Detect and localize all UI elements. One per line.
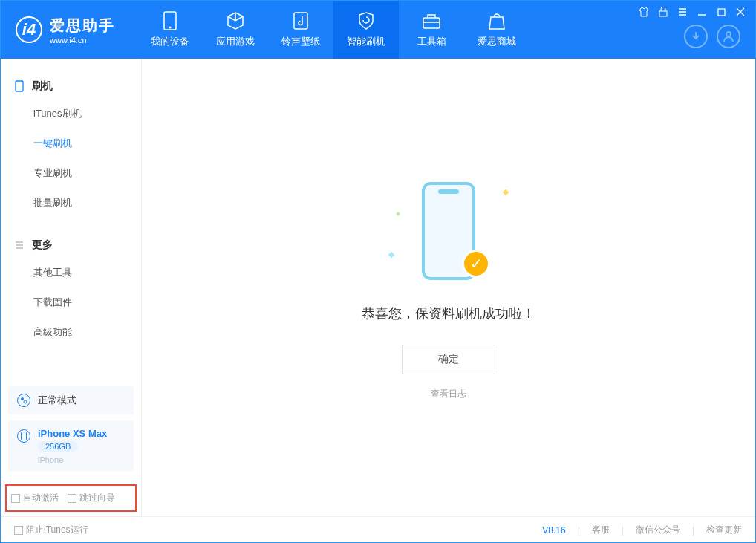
sidebar-group-more: 更多 其他工具 下载固件 高级功能 xyxy=(1,225,141,354)
toolbox-icon xyxy=(422,11,441,30)
svg-rect-2 xyxy=(294,13,307,29)
svg-rect-7 xyxy=(16,81,23,91)
logo-text: 爱思助手 www.i4.cn xyxy=(50,16,115,45)
phone-small-icon xyxy=(14,81,25,91)
svg-rect-5 xyxy=(718,9,725,16)
success-message: 恭喜您，保资料刷机成功啦！ xyxy=(362,305,535,322)
version-label: V8.16 xyxy=(542,525,565,536)
app-subtitle: www.i4.cn xyxy=(50,36,115,45)
sidebar-item-itunes[interactable]: iTunes刷机 xyxy=(1,99,141,129)
device-storage: 256GB xyxy=(38,441,78,452)
mode-label: 正常模式 xyxy=(38,394,76,407)
svg-point-6 xyxy=(726,32,731,36)
music-icon xyxy=(291,11,310,30)
shield-icon xyxy=(356,11,376,30)
highlighted-options: 自动激活 跳过向导 xyxy=(5,484,137,512)
svg-point-8 xyxy=(21,397,24,400)
footer-link-wechat[interactable]: 微信公众号 xyxy=(636,524,680,536)
header: i4 爱思助手 www.i4.cn 我的设备 应用游戏 铃声壁纸 智能刷机 工具… xyxy=(1,1,755,59)
minimize-icon[interactable] xyxy=(696,7,708,17)
check-badge-icon: ✓ xyxy=(462,250,490,278)
sparkle-icon xyxy=(388,251,394,257)
body: 刷机 iTunes刷机 一键刷机 专业刷机 批量刷机 更多 其他工具 下载固件 … xyxy=(1,59,755,516)
sidebar-item-firmware[interactable]: 下载固件 xyxy=(1,287,141,317)
separator: | xyxy=(578,525,580,536)
tab-my-device[interactable]: 我的设备 xyxy=(137,1,203,59)
tab-apps[interactable]: 应用游戏 xyxy=(203,1,268,59)
svg-rect-3 xyxy=(423,18,440,28)
device-card[interactable]: iPhone XS Max 256GB iPhone xyxy=(8,420,134,472)
mode-icon xyxy=(17,394,30,407)
footer-link-support[interactable]: 客服 xyxy=(592,524,610,536)
checkbox-icon xyxy=(68,494,76,503)
app-title: 爱思助手 xyxy=(50,16,115,36)
tab-ringtone[interactable]: 铃声壁纸 xyxy=(268,1,333,59)
checkbox-skip-guide[interactable]: 跳过向导 xyxy=(68,492,115,504)
svg-rect-4 xyxy=(659,11,667,16)
group-title-text: 刷机 xyxy=(32,79,53,93)
footer-left: 阻止iTunes运行 xyxy=(14,524,88,536)
checkbox-icon xyxy=(11,494,20,503)
sidebar-item-batch[interactable]: 批量刷机 xyxy=(1,188,141,218)
lock-icon[interactable] xyxy=(657,7,669,17)
tab-flash[interactable]: 智能刷机 xyxy=(333,1,399,59)
maximize-icon[interactable] xyxy=(715,7,727,17)
device-name: iPhone XS Max xyxy=(38,428,107,439)
checkbox-label: 阻止iTunes运行 xyxy=(26,524,88,536)
group-title-more: 更多 xyxy=(1,233,141,258)
download-icon[interactable] xyxy=(684,25,708,48)
list-icon xyxy=(14,240,25,250)
separator: | xyxy=(692,525,694,536)
footer: 阻止iTunes运行 V8.16 | 客服 | 微信公众号 | 检查更新 xyxy=(1,516,755,543)
close-icon[interactable] xyxy=(734,7,746,17)
checkbox-label: 跳过向导 xyxy=(79,492,115,504)
checkbox-icon xyxy=(14,526,23,535)
svg-rect-10 xyxy=(22,432,27,440)
group-title-flash: 刷机 xyxy=(1,74,141,99)
tab-label: 我的设备 xyxy=(151,35,189,48)
sidebar-group-flash: 刷机 iTunes刷机 一键刷机 专业刷机 批量刷机 xyxy=(1,66,141,225)
success-illustration: ✓ xyxy=(374,175,523,287)
device-info: iPhone XS Max 256GB iPhone xyxy=(38,428,107,464)
tab-label: 爱思商城 xyxy=(478,35,516,48)
device-icon xyxy=(17,429,30,443)
footer-right: V8.16 | 客服 | 微信公众号 | 检查更新 xyxy=(542,524,742,536)
checkbox-block-itunes[interactable]: 阻止iTunes运行 xyxy=(14,524,88,536)
sidebar-item-other[interactable]: 其他工具 xyxy=(1,258,141,287)
sparkle-icon xyxy=(503,189,509,195)
separator: | xyxy=(622,525,624,536)
group-title-text: 更多 xyxy=(32,238,53,252)
checkbox-auto-activate[interactable]: 自动激活 xyxy=(11,492,59,504)
cube-icon xyxy=(226,11,245,30)
user-icon[interactable] xyxy=(717,25,740,48)
bag-icon xyxy=(487,11,506,30)
window-controls xyxy=(638,7,746,17)
tab-toolbox[interactable]: 工具箱 xyxy=(399,1,464,59)
phone-icon xyxy=(160,11,180,30)
tab-label: 铃声壁纸 xyxy=(281,35,320,48)
sparkle-icon xyxy=(396,212,400,216)
svg-point-9 xyxy=(24,400,27,403)
sidebar-item-pro[interactable]: 专业刷机 xyxy=(1,158,141,188)
header-actions xyxy=(684,25,740,48)
tab-label: 工具箱 xyxy=(417,35,446,48)
sidebar-item-advanced[interactable]: 高级功能 xyxy=(1,317,141,347)
ok-button[interactable]: 确定 xyxy=(402,345,495,374)
tab-label: 智能刷机 xyxy=(347,35,385,48)
logo-icon: i4 xyxy=(16,16,42,43)
tab-label: 应用游戏 xyxy=(216,35,255,48)
svg-point-1 xyxy=(169,27,172,29)
main-content: ✓ 恭喜您，保资料刷机成功啦！ 确定 查看日志 xyxy=(142,59,755,516)
sidebar: 刷机 iTunes刷机 一键刷机 专业刷机 批量刷机 更多 其他工具 下载固件 … xyxy=(1,59,142,516)
device-type: iPhone xyxy=(38,455,107,464)
sidebar-item-oneclick[interactable]: 一键刷机 xyxy=(1,129,141,158)
shirt-icon[interactable] xyxy=(638,7,650,17)
device-cards: 正常模式 iPhone XS Max 256GB iPhone xyxy=(8,386,134,478)
nav-tabs: 我的设备 应用游戏 铃声壁纸 智能刷机 工具箱 爱思商城 xyxy=(137,1,529,59)
view-log-link[interactable]: 查看日志 xyxy=(431,388,466,400)
tab-store[interactable]: 爱思商城 xyxy=(464,1,529,59)
footer-link-update[interactable]: 检查更新 xyxy=(706,524,742,536)
menu-icon[interactable] xyxy=(677,7,688,17)
mode-card[interactable]: 正常模式 xyxy=(8,386,134,414)
logo-area: i4 爱思助手 www.i4.cn xyxy=(16,16,115,45)
